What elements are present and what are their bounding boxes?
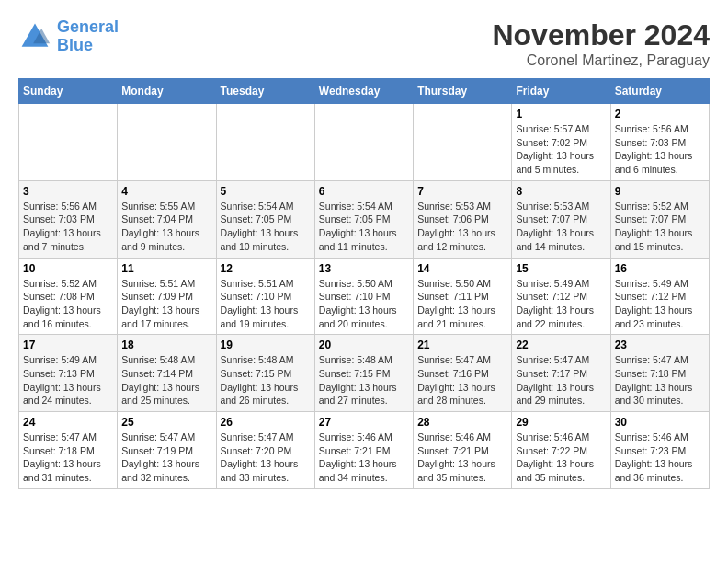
day-info: Sunrise: 5:51 AMSunset: 7:10 PMDaylight:… [221,277,311,331]
day-number: 3 [23,185,113,198]
day-info: Sunrise: 5:52 AMSunset: 7:08 PMDaylight:… [23,277,113,331]
day-number: 5 [221,185,311,198]
calendar-cell: 11Sunrise: 5:51 AMSunset: 7:09 PMDayligh… [118,258,216,335]
calendar-body: 1Sunrise: 5:57 AMSunset: 7:02 PMDaylight… [19,104,710,489]
day-info: Sunrise: 5:48 AMSunset: 7:15 PMDaylight:… [221,353,311,408]
calendar-cell: 29Sunrise: 5:46 AMSunset: 7:22 PMDayligh… [512,412,610,489]
calendar-row-week-4: 17Sunrise: 5:49 AMSunset: 7:13 PMDayligh… [19,335,710,412]
day-number: 8 [516,185,606,198]
day-info: Sunrise: 5:47 AMSunset: 7:19 PMDaylight:… [121,431,211,485]
weekday-header-thursday: Thursday [414,79,512,104]
weekday-header-wednesday: Wednesday [314,79,413,104]
calendar-cell: 13Sunrise: 5:50 AMSunset: 7:10 PMDayligh… [314,258,413,335]
calendar-cell: 20Sunrise: 5:48 AMSunset: 7:15 PMDayligh… [314,335,413,412]
day-number: 15 [516,262,606,275]
weekday-header-saturday: Saturday [610,79,709,104]
day-number: 30 [615,416,705,429]
day-info: Sunrise: 5:57 AMSunset: 7:02 PMDaylight:… [516,122,606,177]
day-number: 25 [121,416,211,429]
calendar-cell: 10Sunrise: 5:52 AMSunset: 7:08 PMDayligh… [19,258,118,335]
calendar-cell: 22Sunrise: 5:47 AMSunset: 7:17 PMDayligh… [512,335,610,412]
calendar-cell [414,104,512,181]
header-row: SundayMondayTuesdayWednesdayThursdayFrid… [19,79,710,104]
day-number: 6 [319,185,409,198]
day-info: Sunrise: 5:56 AMSunset: 7:03 PMDaylight:… [615,122,705,177]
calendar-table: SundayMondayTuesdayWednesdayThursdayFrid… [18,78,710,489]
day-info: Sunrise: 5:53 AMSunset: 7:06 PMDaylight:… [417,200,507,254]
day-info: Sunrise: 5:46 AMSunset: 7:23 PMDaylight:… [615,431,705,485]
day-info: Sunrise: 5:56 AMSunset: 7:03 PMDaylight:… [23,200,113,254]
day-number: 17 [23,339,113,351]
day-number: 27 [319,416,409,429]
calendar-cell [118,104,216,181]
day-number: 18 [121,339,211,351]
calendar-cell: 21Sunrise: 5:47 AMSunset: 7:16 PMDayligh… [414,335,512,412]
day-info: Sunrise: 5:47 AMSunset: 7:20 PMDaylight:… [221,431,311,485]
day-info: Sunrise: 5:46 AMSunset: 7:21 PMDaylight:… [417,431,507,485]
calendar-cell: 18Sunrise: 5:48 AMSunset: 7:14 PMDayligh… [118,335,216,412]
calendar-cell: 2Sunrise: 5:56 AMSunset: 7:03 PMDaylight… [610,104,709,181]
day-number: 19 [221,339,311,351]
day-number: 1 [516,108,606,121]
day-number: 2 [615,108,705,121]
calendar-cell: 30Sunrise: 5:46 AMSunset: 7:23 PMDayligh… [610,412,709,489]
calendar-cell: 25Sunrise: 5:47 AMSunset: 7:19 PMDayligh… [118,412,216,489]
day-info: Sunrise: 5:47 AMSunset: 7:17 PMDaylight:… [516,353,606,408]
calendar-cell: 5Sunrise: 5:54 AMSunset: 7:05 PMDaylight… [216,180,314,258]
logo: General Blue [18,18,119,55]
calendar-row-week-2: 3Sunrise: 5:56 AMSunset: 7:03 PMDaylight… [19,180,710,258]
day-number: 22 [516,339,606,351]
weekday-header-tuesday: Tuesday [216,79,314,104]
logo-icon [18,20,51,53]
day-number: 28 [417,416,507,429]
day-info: Sunrise: 5:47 AMSunset: 7:18 PMDaylight:… [615,353,705,408]
calendar-row-week-1: 1Sunrise: 5:57 AMSunset: 7:02 PMDaylight… [19,104,710,181]
calendar-cell: 19Sunrise: 5:48 AMSunset: 7:15 PMDayligh… [216,335,314,412]
calendar-cell: 8Sunrise: 5:53 AMSunset: 7:07 PMDaylight… [512,180,610,258]
calendar-cell: 3Sunrise: 5:56 AMSunset: 7:03 PMDaylight… [19,180,118,258]
calendar-row-week-5: 24Sunrise: 5:47 AMSunset: 7:18 PMDayligh… [19,412,710,489]
day-number: 21 [417,339,507,351]
calendar-cell: 4Sunrise: 5:55 AMSunset: 7:04 PMDaylight… [118,180,216,258]
day-info: Sunrise: 5:55 AMSunset: 7:04 PMDaylight:… [121,200,211,254]
calendar-cell: 16Sunrise: 5:49 AMSunset: 7:12 PMDayligh… [610,258,709,335]
day-info: Sunrise: 5:53 AMSunset: 7:07 PMDaylight:… [516,200,606,254]
calendar-cell: 12Sunrise: 5:51 AMSunset: 7:10 PMDayligh… [216,258,314,335]
day-number: 7 [417,185,507,198]
day-info: Sunrise: 5:46 AMSunset: 7:22 PMDaylight:… [516,431,606,485]
day-number: 12 [221,262,311,275]
day-number: 20 [319,339,409,351]
day-number: 14 [417,262,507,275]
day-number: 24 [23,416,113,429]
header: General Blue November 2024 Coronel Marti… [18,18,710,69]
calendar-cell: 6Sunrise: 5:54 AMSunset: 7:05 PMDaylight… [314,180,413,258]
calendar-cell: 26Sunrise: 5:47 AMSunset: 7:20 PMDayligh… [216,412,314,489]
calendar-cell: 1Sunrise: 5:57 AMSunset: 7:02 PMDaylight… [512,104,610,181]
day-info: Sunrise: 5:49 AMSunset: 7:13 PMDaylight:… [23,353,113,408]
day-info: Sunrise: 5:50 AMSunset: 7:11 PMDaylight:… [417,277,507,331]
day-number: 11 [121,262,211,275]
day-info: Sunrise: 5:49 AMSunset: 7:12 PMDaylight:… [516,277,606,331]
day-info: Sunrise: 5:48 AMSunset: 7:15 PMDaylight:… [319,353,409,408]
calendar-cell: 7Sunrise: 5:53 AMSunset: 7:06 PMDaylight… [414,180,512,258]
day-number: 29 [516,416,606,429]
day-number: 16 [615,262,705,275]
weekday-header-friday: Friday [512,79,610,104]
day-number: 13 [319,262,409,275]
location-title: Coronel Martinez, Paraguay [492,52,710,69]
day-info: Sunrise: 5:46 AMSunset: 7:21 PMDaylight:… [319,431,409,485]
month-title: November 2024 [492,18,710,52]
title-area: November 2024 Coronel Martinez, Paraguay [492,18,710,69]
day-number: 10 [23,262,113,275]
day-info: Sunrise: 5:49 AMSunset: 7:12 PMDaylight:… [615,277,705,331]
day-info: Sunrise: 5:54 AMSunset: 7:05 PMDaylight:… [319,200,409,254]
calendar-cell: 27Sunrise: 5:46 AMSunset: 7:21 PMDayligh… [314,412,413,489]
calendar-cell: 15Sunrise: 5:49 AMSunset: 7:12 PMDayligh… [512,258,610,335]
day-number: 26 [221,416,311,429]
day-info: Sunrise: 5:47 AMSunset: 7:16 PMDaylight:… [417,353,507,408]
calendar-cell: 9Sunrise: 5:52 AMSunset: 7:07 PMDaylight… [610,180,709,258]
day-info: Sunrise: 5:54 AMSunset: 7:05 PMDaylight:… [221,200,311,254]
calendar-cell: 17Sunrise: 5:49 AMSunset: 7:13 PMDayligh… [19,335,118,412]
day-info: Sunrise: 5:51 AMSunset: 7:09 PMDaylight:… [121,277,211,331]
day-info: Sunrise: 5:50 AMSunset: 7:10 PMDaylight:… [319,277,409,331]
